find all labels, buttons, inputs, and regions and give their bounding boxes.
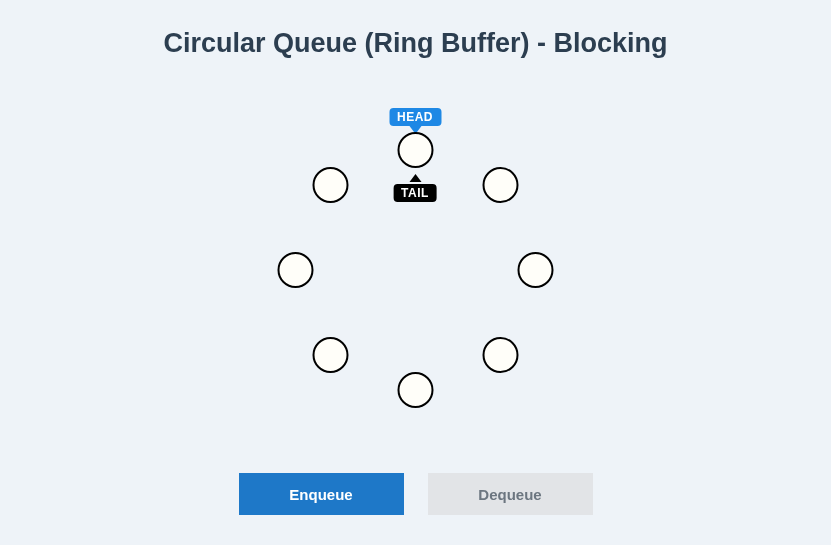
enqueue-button[interactable]: Enqueue: [239, 473, 404, 515]
head-badge: HEAD: [389, 108, 441, 126]
tail-arrow-icon: [409, 174, 421, 182]
dequeue-button[interactable]: Dequeue: [428, 473, 593, 515]
page-title: Circular Queue (Ring Buffer) - Blocking: [0, 0, 831, 59]
controls-bar: Enqueue Dequeue: [239, 473, 593, 515]
ring-slot: [397, 372, 433, 408]
ring-slot: [482, 167, 518, 203]
ring-slot: [517, 252, 553, 288]
ring-buffer-diagram: HEAD TAIL: [415, 270, 416, 271]
ring-slot: [277, 252, 313, 288]
tail-badge: TAIL: [393, 184, 437, 202]
ring-slot: [312, 337, 348, 373]
ring-slot: [312, 167, 348, 203]
ring-slot: [397, 132, 433, 168]
ring-slot: [482, 337, 518, 373]
